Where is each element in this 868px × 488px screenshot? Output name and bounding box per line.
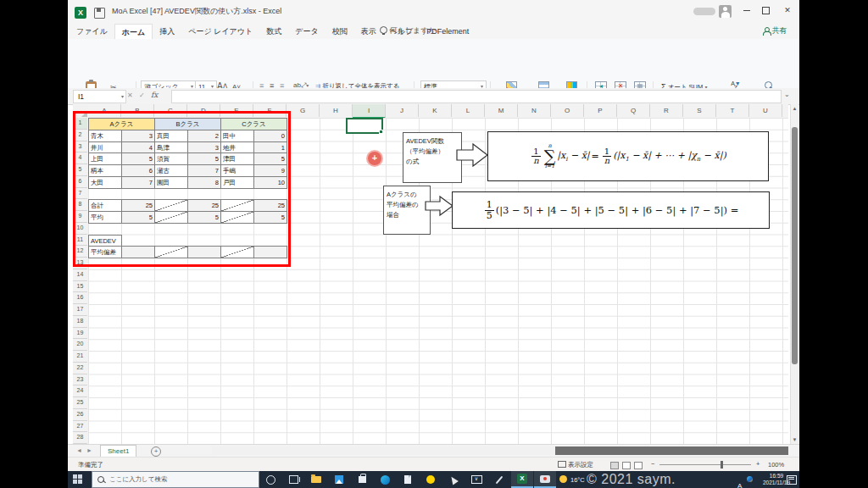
tell-me-box[interactable]: 何をしますか (380, 25, 437, 36)
row-header-18[interactable]: 18 (73, 316, 87, 328)
formula-input[interactable] (171, 90, 782, 103)
cancel-icon[interactable]: ✕ (127, 92, 133, 99)
row-header-23[interactable]: 23 (73, 374, 87, 386)
page-layout-view-icon[interactable] (622, 462, 631, 469)
callout-aclass-case[interactable]: Aクラスの平均偏差の場合 (383, 186, 431, 235)
column-header-H[interactable]: H (320, 104, 353, 117)
display-settings-button[interactable]: 表示設定 (558, 461, 593, 469)
name-box[interactable]: I1 ▾ (73, 90, 126, 103)
menu-tab-0[interactable]: ファイル (70, 24, 114, 39)
row-header-16[interactable]: 16 (73, 292, 87, 304)
notification-center-icon[interactable] (787, 475, 797, 485)
weather-sun-icon[interactable] (559, 475, 567, 483)
column-header-Q[interactable]: Q (617, 104, 650, 117)
menu-tab-6[interactable]: 校閲 (326, 24, 354, 39)
weather-temp[interactable]: 16°C (570, 476, 585, 484)
next-sheet-icon[interactable]: ► (86, 447, 92, 453)
zoom-percentage[interactable]: 100% (768, 461, 784, 469)
column-header-S[interactable]: S (683, 104, 716, 117)
prev-sheet-icon[interactable]: ◄ (76, 447, 82, 453)
cortana-icon[interactable] (259, 471, 281, 488)
row-header-24[interactable]: 24 (73, 385, 87, 397)
row-header-22[interactable]: 22 (73, 363, 87, 374)
column-header-L[interactable]: L (452, 104, 485, 117)
formula-bar: I1 ▾ ✕ ✓ fx ⌄ (68, 88, 799, 105)
menu-tab-2[interactable]: 挿入 (153, 24, 181, 39)
scroll-up-icon[interactable]: ▲ (792, 106, 798, 111)
column-header-N[interactable]: N (518, 104, 551, 117)
column-header-U[interactable]: U (749, 104, 782, 117)
zoom-slider-thumb[interactable] (721, 461, 723, 469)
row-header-21[interactable]: 21 (73, 351, 87, 363)
cursor-app-icon[interactable] (442, 471, 465, 488)
zoom-slider-track[interactable] (659, 464, 751, 465)
menu-tab-1[interactable]: ホーム (114, 24, 153, 39)
avedev-formula-box[interactable]: 1n n∑i=1 |xi − x̄| = 1n (|x1 − x̄| + ⋯ +… (487, 131, 769, 181)
menu-tab-4[interactable]: 数式 (259, 24, 288, 39)
column-header-M[interactable]: M (485, 104, 518, 117)
row-header-14[interactable]: 14 (73, 269, 87, 281)
column-header-J[interactable]: J (386, 104, 419, 117)
yellow-app-icon[interactable] (420, 471, 442, 488)
edge-icon[interactable] (374, 471, 396, 488)
expand-formula-bar-icon[interactable]: ⌄ (784, 91, 790, 98)
vertical-scrollbar[interactable]: ▲ ▼ (790, 104, 798, 444)
store-icon[interactable] (351, 471, 373, 488)
file-explorer-icon[interactable] (305, 471, 327, 488)
account-avatar[interactable] (719, 5, 732, 18)
document-app-icon[interactable] (397, 471, 419, 488)
aclass-calculation-box[interactable]: 15 (|3 − 5| + |4 − 5| + |5 − 5| + |6 − 5… (452, 191, 770, 229)
horizontal-scrollbar[interactable] (212, 446, 788, 455)
mail-icon[interactable]: ∨ (465, 471, 487, 488)
zoom-in-button[interactable]: + (756, 460, 760, 468)
zoom-out-button[interactable]: − (651, 460, 654, 468)
ribbon: 貼り付け ▾ ✂ クリップボード 游ゴシック▾ 11▾ A˄ A˅ B I U … (68, 39, 799, 89)
arrow-right-1 (456, 142, 490, 169)
row-header-26[interactable]: 26 (73, 409, 87, 421)
callout-avedev-formula[interactable]: AVEDEV関数（平均偏差）の式 (403, 132, 462, 183)
column-header-K[interactable]: K (419, 104, 452, 117)
column-header-O[interactable]: O (551, 104, 584, 117)
horizontal-scroll-thumb[interactable] (555, 446, 788, 455)
row-header-25[interactable]: 25 (73, 397, 87, 409)
column-header-G[interactable]: G (287, 104, 320, 117)
start-button[interactable] (73, 474, 83, 485)
menu-tab-3[interactable]: ページ レイアウト (181, 24, 259, 39)
enter-icon[interactable]: ✓ (139, 92, 145, 99)
excel-taskbar-icon[interactable]: X (511, 471, 533, 488)
column-header-T[interactable]: T (716, 104, 749, 117)
vertical-scroll-thumb[interactable] (792, 127, 798, 364)
excel-app-icon[interactable]: X (75, 7, 86, 19)
scroll-down-icon[interactable]: ▼ (792, 437, 798, 442)
row-header-20[interactable]: 20 (73, 339, 87, 351)
row-header-15[interactable]: 15 (73, 281, 87, 293)
row-header-19[interactable]: 19 (73, 328, 87, 340)
taskbar-search-input[interactable]: ここに入力して検索 (92, 471, 259, 488)
photos-icon[interactable] (328, 471, 350, 488)
fx-icon[interactable]: fx (151, 91, 158, 99)
column-header-R[interactable]: R (650, 104, 683, 117)
account-name-pill[interactable] (693, 8, 715, 15)
screen-recorder-icon[interactable] (534, 471, 556, 488)
minimize-button[interactable] (737, 0, 756, 20)
close-button[interactable]: ✕ (778, 0, 797, 20)
add-sheet-icon[interactable]: + (151, 446, 161, 457)
normal-view-icon[interactable] (610, 462, 619, 469)
ime-indicator[interactable]: A (737, 476, 742, 488)
column-header-P[interactable]: P (584, 104, 617, 117)
task-view-icon[interactable] (282, 471, 304, 488)
active-cell-I1[interactable] (346, 118, 383, 134)
menu-tab-7[interactable]: 表示 (354, 24, 383, 39)
restore-button[interactable] (756, 0, 775, 20)
tray-app-icon[interactable] (747, 476, 753, 482)
row-header-17[interactable]: 17 (73, 304, 87, 316)
excel-window: X MoA Excel [47] AVEDEV関数の使い方.xlsx - Exc… (68, 0, 799, 471)
row-header-28[interactable]: 28 (73, 432, 87, 444)
save-icon[interactable] (94, 8, 105, 19)
menu-tab-5[interactable]: データ (288, 24, 325, 39)
page-break-view-icon[interactable] (634, 462, 643, 469)
row-header-27[interactable]: 27 (73, 421, 87, 433)
share-button[interactable]: 共有 (763, 25, 787, 36)
pen-app-icon[interactable] (488, 471, 510, 488)
column-header-I[interactable]: I (353, 104, 386, 119)
